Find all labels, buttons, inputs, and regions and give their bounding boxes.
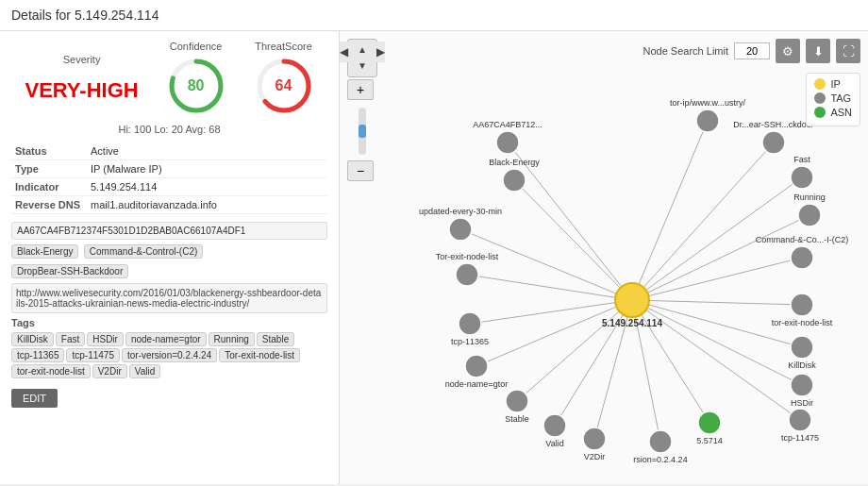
severity-label: Severity xyxy=(63,54,101,65)
svg-point-64 xyxy=(791,293,813,316)
tag-pill-tor-version-0-2-4-24: tor-version=0.2.4.24 xyxy=(122,348,217,362)
type-label: Type xyxy=(11,160,87,178)
svg-point-50 xyxy=(503,169,526,192)
svg-text:AA67CA4FB712...: AA67CA4FB712... xyxy=(473,120,542,129)
svg-point-62 xyxy=(459,312,481,335)
nav-down-btn[interactable]: ▼ xyxy=(349,58,376,73)
nav-left-btn[interactable]: ◀ xyxy=(340,42,348,62)
indicator-value: 5.149.254.114 xyxy=(87,178,327,196)
tag-pill-dropbear: DropBear-SSH-Backdoor xyxy=(11,264,128,278)
type-value: IP (Malware IP) xyxy=(87,160,327,178)
severity-gauge: Severity VERY-HIGH xyxy=(25,54,138,103)
node-search-label: Node Search Limit xyxy=(643,45,729,57)
edit-button[interactable]: EDIT xyxy=(11,389,58,408)
nav-cluster: ◀ ▲ ▼ ▶ xyxy=(347,39,377,77)
tag-pill-black-energy: Black-Energy xyxy=(11,244,78,259)
svg-point-78 xyxy=(583,427,606,450)
tag-pill-tor-exit-node-list: Tor-exit-node-list xyxy=(219,348,300,362)
tag-pill-killdisk: KillDisk xyxy=(11,332,54,346)
svg-point-60 xyxy=(791,246,813,269)
svg-text:KillDisk: KillDisk xyxy=(788,360,816,370)
confidence-label: Confidence xyxy=(170,41,223,52)
legend-dot-asn xyxy=(814,107,826,118)
rdns-label: Reverse DNS xyxy=(11,196,87,214)
tag-pill-running: Running xyxy=(209,332,255,346)
legend-label-tag: TAG xyxy=(830,92,851,104)
hi-lo-avg: Hi: 100 Lo: 20 Avg: 68 xyxy=(11,124,327,135)
download-button[interactable]: ⬇ xyxy=(806,39,830,63)
confidence-circle: 80 xyxy=(166,56,226,116)
threatscore-label: ThreatScore xyxy=(255,41,312,52)
type-row: Type IP (Malware IP) xyxy=(11,160,327,178)
svg-line-30 xyxy=(526,300,632,394)
svg-point-76 xyxy=(789,409,811,431)
tag-pill-valid: Valid xyxy=(129,364,161,378)
threatscore-circle: 64 xyxy=(254,56,314,116)
nav-arrows: ◀ ▲ ▼ ▶ xyxy=(350,42,375,73)
svg-text:Running: Running xyxy=(793,193,826,202)
svg-point-72 xyxy=(791,374,813,396)
settings-button[interactable]: ⚙ xyxy=(776,39,800,63)
svg-point-80 xyxy=(649,430,672,453)
svg-text:Valid: Valid xyxy=(545,439,563,448)
tag-pill-fast: Fast xyxy=(56,332,85,346)
tag-pill-c2: Command-&-Control-(C2) xyxy=(84,244,203,259)
zoom-out-btn[interactable]: − xyxy=(347,160,374,181)
tag-pill-v2dir: V2Dir xyxy=(92,364,127,378)
confidence-gauge: Confidence 80 xyxy=(166,41,226,116)
tag-pill-stable: Stable xyxy=(257,332,294,346)
svg-line-16 xyxy=(632,220,799,300)
nav-right-btn[interactable]: ▶ xyxy=(376,42,385,62)
svg-text:rsion=0.2.4.24: rsion=0.2.4.24 xyxy=(633,455,687,464)
graph-canvas: AA67CA4FB712...tor-ip/www.w...ustry/Dr..… xyxy=(340,31,868,484)
svg-text:Command-&-Co...-I-(C2): Command-&-Co...-I-(C2) xyxy=(756,235,849,244)
svg-point-70 xyxy=(506,390,528,412)
svg-line-32 xyxy=(632,300,792,380)
zoom-slider-thumb xyxy=(359,125,366,138)
status-row: Status Active xyxy=(11,142,327,160)
svg-text:Black-Energy: Black-Energy xyxy=(489,158,540,167)
info-table: Status Active Type IP (Malware IP) Indic… xyxy=(11,142,327,214)
indicator-label: Indicator xyxy=(11,178,87,196)
svg-point-58 xyxy=(456,263,478,286)
rdns-row: Reverse DNS mail1.auditoriavanzada.info xyxy=(11,196,327,214)
legend-item-tag: TAG xyxy=(814,92,852,104)
tag-pill-tcp-11475: tcp-11475 xyxy=(66,348,119,362)
node-search-input[interactable] xyxy=(734,42,770,59)
svg-line-14 xyxy=(471,234,632,300)
svg-text:tor-ip/www.w...ustry/: tor-ip/www.w...ustry/ xyxy=(670,98,746,108)
zoom-slider[interactable] xyxy=(359,108,366,155)
svg-line-10 xyxy=(522,189,632,300)
tags-section: Tags KillDiskFastHSDirnode-name=gtorRunn… xyxy=(11,317,327,379)
legend-item-ip: IP xyxy=(814,78,852,90)
svg-point-66 xyxy=(465,355,488,377)
threatscore-value: 64 xyxy=(275,77,292,94)
svg-text:node-name=gtor: node-name=gtor xyxy=(445,379,508,389)
tags-pills: KillDiskFastHSDirnode-name=gtorRunningSt… xyxy=(11,331,327,379)
zoom-in-btn[interactable]: + xyxy=(347,79,374,100)
left-panel: Severity VERY-HIGH Confidence 80 ThreatS… xyxy=(0,31,340,484)
nav-up-btn[interactable]: ▲ xyxy=(349,42,376,57)
threatscore-gauge: ThreatScore 64 xyxy=(254,41,314,116)
rdns-value: mail1.auditoriavanzada.info xyxy=(87,196,327,214)
status-label: Status xyxy=(11,142,87,160)
fullscreen-button[interactable]: ⛶ xyxy=(836,39,860,63)
svg-point-56 xyxy=(798,204,821,226)
svg-line-24 xyxy=(632,300,791,305)
tag-pills-row: Black-Energy Command-&-Control-(C2) xyxy=(11,243,327,260)
svg-text:tcp-11365: tcp-11365 xyxy=(451,337,489,346)
right-panel: Node Search Limit ⚙ ⬇ ⛶ IP TAG ASN ◀ ▲ ▼… xyxy=(340,31,868,484)
legend-label-asn: ASN xyxy=(830,107,852,118)
svg-text:V2Dir: V2Dir xyxy=(584,452,606,461)
svg-text:Stable: Stable xyxy=(505,414,529,424)
svg-text:tor-exit-node-list: tor-exit-node-list xyxy=(772,318,833,327)
svg-point-54 xyxy=(449,218,472,241)
svg-text:Tor-exit-node-list: Tor-exit-node-list xyxy=(436,252,499,261)
status-value: Active xyxy=(87,142,327,160)
svg-point-46 xyxy=(696,109,719,132)
svg-point-84 xyxy=(615,283,649,317)
svg-text:updated-every-30-min: updated-every-30-min xyxy=(419,207,502,216)
svg-text:tcp-11475: tcp-11475 xyxy=(781,433,819,443)
graph-toolbar: ◀ ▲ ▼ ▶ + − xyxy=(347,39,377,183)
svg-line-8 xyxy=(632,151,766,300)
